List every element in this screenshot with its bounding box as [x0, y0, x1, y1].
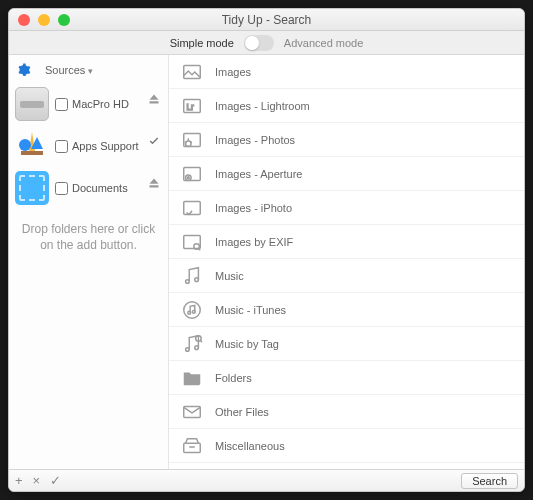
category-item[interactable]: Other Files	[169, 395, 524, 429]
category-item[interactable]: Music - iTunes	[169, 293, 524, 327]
mode-toggle[interactable]	[244, 35, 274, 51]
mode-bar: Simple mode Advanced mode	[9, 31, 524, 55]
source-label: MacPro HD	[72, 98, 129, 110]
svg-point-8	[186, 140, 192, 146]
photos-icon	[181, 129, 203, 151]
source-checkbox[interactable]	[55, 140, 68, 153]
exif-icon	[181, 231, 203, 253]
category-label: Images by EXIF	[215, 236, 293, 248]
category-list: Images Lr Images - Lightroom Images - Ph…	[169, 55, 524, 469]
source-label: Apps Support	[72, 140, 139, 152]
window-title: Tidy Up - Search	[9, 13, 524, 27]
drawer-icon	[181, 435, 203, 457]
category-item[interactable]: Lr Images - Lightroom	[169, 89, 524, 123]
drop-hint: Drop folders here or click on the add bu…	[9, 209, 168, 265]
category-item[interactable]: Images by EXIF	[169, 225, 524, 259]
svg-point-17	[184, 301, 201, 318]
svg-rect-1	[21, 151, 43, 155]
svg-point-19	[192, 310, 195, 313]
svg-rect-12	[184, 201, 201, 214]
svg-point-21	[195, 345, 199, 349]
category-item[interactable]: Images - Aperture	[169, 157, 524, 191]
category-item[interactable]: Images - Photos	[169, 123, 524, 157]
svg-point-15	[186, 279, 190, 283]
svg-rect-13	[184, 235, 201, 248]
lightroom-icon: Lr	[181, 95, 203, 117]
sidebar-item-docs[interactable]: Documents	[9, 167, 168, 209]
itunes-icon	[181, 299, 203, 321]
sources-dropdown[interactable]: Sources	[45, 64, 93, 76]
footer-actions: + × ✓	[15, 473, 61, 488]
svg-text:Lr: Lr	[187, 102, 195, 111]
sidebar-header: Sources	[9, 59, 168, 81]
iphoto-icon	[181, 197, 203, 219]
source-checkbox[interactable]	[55, 98, 68, 111]
image-icon	[181, 61, 203, 83]
close-icon[interactable]	[18, 14, 30, 26]
category-item[interactable]: Folders	[169, 361, 524, 395]
minimize-icon[interactable]	[38, 14, 50, 26]
svg-rect-23	[184, 406, 201, 417]
music-icon	[181, 265, 203, 287]
category-item[interactable]: Music	[169, 259, 524, 293]
category-label: Images	[215, 66, 251, 78]
source-checkbox[interactable]	[55, 182, 68, 195]
category-label: Folders	[215, 372, 252, 384]
category-item[interactable]: Miscellaneous	[169, 429, 524, 463]
svg-point-11	[187, 176, 189, 178]
gear-icon[interactable]	[17, 63, 31, 77]
window-controls	[9, 14, 70, 26]
aperture-icon	[181, 163, 203, 185]
mode-advanced-label[interactable]: Advanced mode	[284, 37, 364, 49]
svg-point-2	[19, 139, 31, 151]
titlebar: Tidy Up - Search	[9, 9, 524, 31]
sidebar-item-disk[interactable]: MacPro HD	[9, 83, 168, 125]
confirm-button[interactable]: ✓	[50, 473, 61, 488]
zoom-icon[interactable]	[58, 14, 70, 26]
sidebar: Sources MacPro HD Apps Support Documents…	[9, 55, 169, 469]
category-label: Images - iPhoto	[215, 202, 292, 214]
svg-point-16	[195, 277, 199, 281]
category-item[interactable]: Images	[169, 55, 524, 89]
musictag-icon	[181, 333, 203, 355]
category-label: Music by Tag	[215, 338, 279, 350]
folder-icon	[181, 367, 203, 389]
category-item[interactable]: Images - iPhoto	[169, 191, 524, 225]
main: Sources MacPro HD Apps Support Documents…	[9, 55, 524, 469]
svg-point-20	[186, 347, 190, 351]
category-label: Images - Photos	[215, 134, 295, 146]
category-label: Images - Lightroom	[215, 100, 310, 112]
category-label: Music	[215, 270, 244, 282]
category-label: Other Files	[215, 406, 269, 418]
sidebar-item-apps[interactable]: Apps Support	[9, 125, 168, 167]
window: Tidy Up - Search Simple mode Advanced mo…	[8, 8, 525, 492]
svg-point-18	[188, 311, 191, 314]
svg-rect-4	[184, 65, 201, 78]
svg-rect-24	[184, 443, 201, 452]
category-label: Music - iTunes	[215, 304, 286, 316]
mail-icon	[181, 401, 203, 423]
category-label: Miscellaneous	[215, 440, 285, 452]
search-button[interactable]: Search	[461, 473, 518, 489]
category-item[interactable]: Music by Tag	[169, 327, 524, 361]
footer: + × ✓ Search	[9, 469, 524, 491]
category-label: Images - Aperture	[215, 168, 302, 180]
source-label: Documents	[72, 182, 128, 194]
add-button[interactable]: +	[15, 473, 23, 488]
mode-simple-label[interactable]: Simple mode	[170, 37, 234, 49]
remove-button[interactable]: ×	[33, 473, 41, 488]
